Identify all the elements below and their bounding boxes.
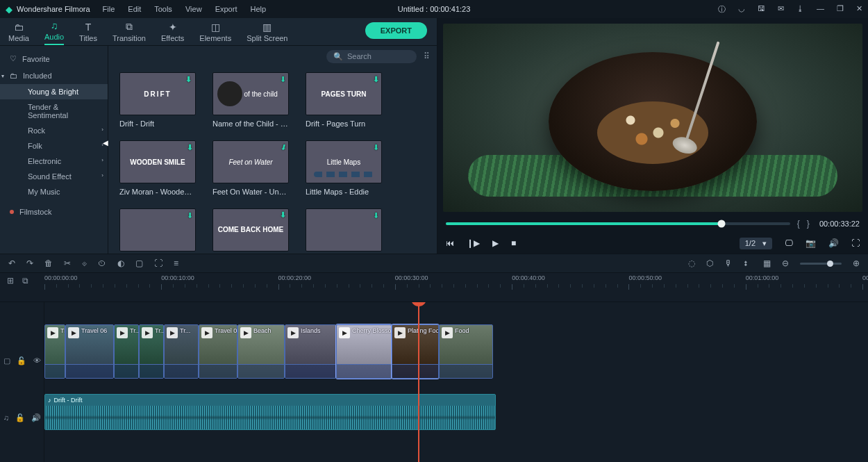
- audio-clip[interactable]: ♪Drift - Drift: [44, 394, 496, 430]
- razor-icon[interactable]: ✂: [411, 302, 426, 306]
- mark-out-icon[interactable]: }: [807, 219, 810, 229]
- video-lane[interactable]: ▶Tr...▶Travel 06▶Tr...▶Tr...▶Tr...▶Trave…: [44, 324, 862, 379]
- tab-titles[interactable]: TTitles: [79, 19, 97, 45]
- snapshot-icon[interactable]: 📷: [806, 238, 816, 248]
- sidebar-item-folk[interactable]: Folk›: [0, 138, 108, 154]
- export-button[interactable]: EXPORT: [365, 22, 427, 39]
- mixer-icon[interactable]: 𝇢: [744, 258, 752, 268]
- menu-help[interactable]: Help: [251, 5, 267, 13]
- sidebar-item-young-bright[interactable]: Young & Bright: [0, 84, 108, 99]
- lock-icon[interactable]: 🔓: [15, 413, 25, 422]
- audio-lane[interactable]: ♪Drift - Drift: [44, 394, 862, 430]
- tab-elements[interactable]: ◫Elements: [199, 19, 231, 45]
- voiceover-icon[interactable]: 🎙: [724, 258, 733, 268]
- grid-view-icon[interactable]: ⠿: [424, 51, 430, 61]
- audio-thumb[interactable]: ⬇: [119, 208, 196, 254]
- progress-track[interactable]: [446, 222, 790, 225]
- menu-edit[interactable]: Edit: [128, 5, 141, 13]
- fullscreen-icon[interactable]: ⛶: [851, 238, 860, 248]
- download-icon[interactable]: ⬇: [373, 143, 379, 152]
- zoom-out-icon[interactable]: ⊖: [782, 258, 789, 268]
- progress-knob[interactable]: [717, 220, 725, 228]
- audio-thumb[interactable]: PAGES TURN⬇Drift - Pages Turn: [306, 72, 382, 128]
- tab-effects[interactable]: ✦Effects: [161, 19, 184, 45]
- video-clip[interactable]: ▶Beach: [237, 324, 285, 379]
- sidebar-item-my-music[interactable]: My Music: [0, 184, 108, 199]
- playhead[interactable]: ✂: [418, 302, 419, 462]
- undo-icon[interactable]: ↶: [8, 258, 15, 268]
- audio-thumb[interactable]: COME BACK HOME⬇: [212, 208, 289, 254]
- tab-transition[interactable]: ⧉Transition: [112, 19, 146, 45]
- download-icon[interactable]: ⬇: [187, 211, 193, 220]
- sidebar-included[interactable]: 🗀Included: [0, 67, 108, 84]
- maximize-icon[interactable]: ❐: [837, 4, 844, 15]
- sidebar-item-electronic[interactable]: Electronic›: [0, 154, 108, 169]
- menu-tools[interactable]: Tools: [154, 5, 172, 13]
- search-input[interactable]: 🔍Search: [326, 50, 417, 63]
- step-back-icon[interactable]: ❙▶: [467, 238, 480, 248]
- zoom-in-icon[interactable]: ⊕: [853, 258, 860, 268]
- download-icon[interactable]: ⬇: [373, 211, 379, 220]
- video-clip[interactable]: ▶Cherry Blossom: [336, 324, 392, 379]
- visibility-icon[interactable]: 👁: [33, 356, 41, 365]
- video-clip[interactable]: ▶Food: [439, 324, 493, 379]
- video-clip[interactable]: ▶Tr...: [114, 324, 139, 379]
- video-clip[interactable]: ▶Plating Food: [392, 324, 439, 379]
- close-icon[interactable]: ✕: [856, 4, 862, 15]
- info-icon[interactable]: ⓘ: [718, 4, 726, 15]
- download-icon[interactable]: ⬇: [280, 211, 286, 219]
- sidebar-favorite[interactable]: ♡Favorite: [0, 50, 108, 67]
- audio-thumb[interactable]: WOODEN SMILE⬇Ziv Moran - Wooden Smi...: [119, 140, 196, 196]
- display-icon[interactable]: 🖵: [785, 238, 793, 248]
- stop-icon[interactable]: ■: [511, 238, 516, 248]
- link-icon[interactable]: ⧉: [22, 276, 28, 286]
- volume-icon[interactable]: 🔊: [828, 238, 839, 248]
- download-icon[interactable]: ⬇: [373, 75, 379, 84]
- delete-icon[interactable]: 🗑: [44, 258, 53, 268]
- download-icon[interactable]: ⬇: [280, 143, 286, 152]
- mark-in-icon[interactable]: {: [797, 219, 800, 229]
- video-clip[interactable]: ▶Tr...: [44, 324, 65, 379]
- sidebar-item-rock[interactable]: Rock›: [0, 123, 108, 138]
- video-clip[interactable]: ▶Travel 06: [199, 324, 237, 379]
- sidebar-item-tender[interactable]: Tender & Sentimental: [0, 99, 108, 123]
- tab-split[interactable]: ▥Split Screen: [247, 19, 287, 45]
- crop-icon[interactable]: ⟐: [82, 258, 87, 268]
- sidebar-filmstock[interactable]: Filmstock: [0, 204, 108, 220]
- zoom-slider[interactable]: [800, 263, 842, 265]
- video-clip[interactable]: ▶Tr...: [164, 324, 199, 379]
- audio-thumb[interactable]: Feet on Water⬇Feet On Water - Unexpec...: [212, 140, 289, 196]
- prev-frame-icon[interactable]: ⏮: [446, 238, 454, 248]
- tab-audio[interactable]: ♫Audio: [44, 19, 64, 45]
- render-icon[interactable]: ◌: [688, 258, 695, 268]
- sidebar-item-sound-effect[interactable]: Sound Effect›: [0, 169, 108, 184]
- minimize-icon[interactable]: —: [817, 4, 824, 15]
- speed-icon[interactable]: ⏲: [98, 258, 106, 268]
- menu-view[interactable]: View: [185, 5, 202, 13]
- cut-icon[interactable]: ✂: [64, 258, 71, 268]
- timeline-ruler[interactable]: ⊞ ⧉ 00:00:00:0000:00:10:0000:00:20:0000:…: [0, 273, 868, 302]
- save-icon[interactable]: 🖫: [758, 4, 765, 15]
- marker-icon[interactable]: ⬡: [706, 258, 713, 268]
- audio-thumb[interactable]: ⬇: [306, 208, 382, 254]
- video-viewer[interactable]: [443, 24, 862, 212]
- color-icon[interactable]: ◐: [117, 258, 124, 268]
- quality-select[interactable]: 1/2▾: [740, 238, 772, 249]
- video-clip[interactable]: ▶Tr...: [139, 324, 164, 379]
- mail-icon[interactable]: ✉: [778, 4, 784, 15]
- track-add-icon[interactable]: ⊞: [7, 276, 14, 286]
- lock-icon[interactable]: 🔓: [17, 356, 26, 365]
- media-icon[interactable]: ▦: [763, 258, 771, 268]
- download-icon[interactable]: ⬇: [185, 75, 193, 84]
- download-icon[interactable]: ⬇: [187, 143, 193, 152]
- download-icon[interactable]: ⬇: [280, 75, 286, 84]
- download-icon[interactable]: ⭳: [796, 4, 804, 15]
- menu-file[interactable]: File: [103, 5, 115, 13]
- sidebar-collapse-icon[interactable]: ◀: [103, 139, 108, 147]
- tab-media[interactable]: 🗀Media: [8, 19, 29, 45]
- audio-thumb[interactable]: DRIFT⬇Drift - Drift: [119, 72, 196, 128]
- track-toggle-icon[interactable]: ▢: [3, 356, 10, 365]
- play-icon[interactable]: ▶: [492, 238, 499, 248]
- menu-export[interactable]: Export: [215, 5, 237, 13]
- video-clip[interactable]: ▶Travel 06: [65, 324, 114, 379]
